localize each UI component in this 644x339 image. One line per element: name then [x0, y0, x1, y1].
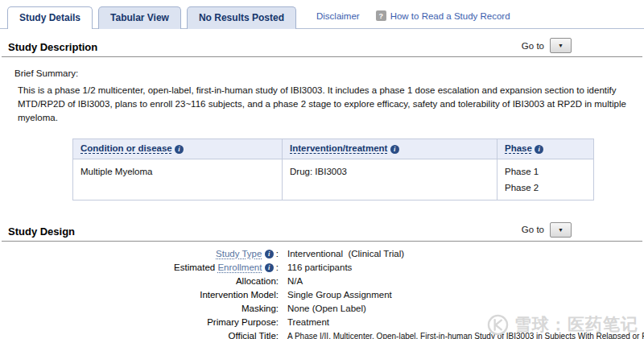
design-label: Intervention Model:	[0, 288, 279, 302]
info-icon[interactable]: i	[175, 145, 184, 154]
design-row-allocation: Allocation: N/A	[0, 275, 644, 288]
condition-header-link[interactable]: Condition or disease	[80, 143, 172, 153]
help-icon[interactable]: ?	[376, 10, 386, 21]
design-row-enrollment: Estimated Enrollment i : 116 participant…	[0, 261, 644, 275]
goto-group-description: Go to ▼	[522, 38, 642, 53]
goto-label: Go to	[522, 41, 544, 51]
design-value: A Phase I/II, Multicenter, Open-label, F…	[279, 329, 644, 339]
intervention-header-link[interactable]: Intervention/treatment	[290, 143, 387, 153]
phase-cell: Phase 1 Phase 2	[497, 159, 594, 200]
goto-label: Go to	[522, 225, 544, 234]
design-label: Allocation:	[0, 275, 279, 288]
brief-summary-label: Brief Summary:	[14, 68, 644, 78]
design-value: Single Group Assignment	[279, 288, 392, 302]
study-design-header: Study Design Go to ▼	[2, 213, 642, 242]
info-glyph: i	[538, 145, 539, 153]
phase-value: Phase 2	[505, 183, 586, 192]
condition-table-header-row: Condition or disease i Intervention/trea…	[73, 139, 594, 159]
study-description-header: Study Description Go to ▼	[2, 29, 642, 57]
chevron-down-icon: ▼	[558, 43, 564, 48]
how-to-read-group: ?How to Read a Study Record	[376, 10, 510, 21]
design-value: N/A	[279, 275, 303, 288]
info-icon[interactable]: i	[535, 145, 543, 154]
intervention-cell: Drug: IBI3003	[283, 159, 497, 200]
design-label: Masking:	[0, 302, 279, 316]
study-design-list: Study Type i : Interventional (Clinical …	[0, 247, 644, 339]
phase-header-cell: Phase i	[497, 139, 594, 159]
tab-tabular-view[interactable]: Tabular View	[98, 6, 181, 29]
info-glyph: i	[394, 145, 395, 153]
tab-no-results-posted[interactable]: No Results Posted	[187, 6, 296, 29]
chevron-down-icon: ▼	[558, 227, 564, 233]
condition-cell: Multiple Myeloma	[73, 159, 283, 200]
condition-table-row: Multiple Myeloma Drug: IBI3003 Phase 1 P…	[73, 159, 594, 200]
brief-summary-text: This is a phase 1/2 multicenter, open-la…	[18, 84, 631, 125]
goto-group-design: Go to ▼	[522, 222, 642, 238]
design-row-masking: Masking: None (Open Label)	[0, 302, 644, 316]
tab-study-details[interactable]: Study Details	[7, 6, 93, 29]
phase-header-link[interactable]: Phase	[505, 143, 532, 153]
tab-bar: Study Details Tabular View No Results Po…	[0, 0, 644, 29]
info-glyph: i	[178, 145, 180, 153]
goto-dropdown-design[interactable]: ▼	[550, 222, 572, 238]
design-row-study-type: Study Type i : Interventional (Clinical …	[0, 247, 644, 261]
info-icon[interactable]: i	[390, 145, 399, 154]
design-row-intervention-model: Intervention Model: Single Group Assignm…	[0, 288, 644, 302]
how-to-read-link[interactable]: How to Read a Study Record	[390, 11, 510, 21]
design-value: None (Open Label)	[279, 302, 366, 316]
info-glyph: i	[268, 261, 270, 275]
glossary-link-enrollment[interactable]: Enrollment	[217, 263, 262, 272]
condition-table: Condition or disease i Intervention/trea…	[72, 138, 594, 201]
design-row-primary-purpose: Primary Purpose: Treatment	[0, 316, 644, 329]
design-label-prefix: Estimated	[174, 263, 217, 272]
study-description-title: Study Description	[8, 41, 97, 53]
design-value: Treatment	[279, 316, 329, 329]
goto-dropdown-description[interactable]: ▼	[550, 38, 572, 53]
study-design-title: Study Design	[8, 225, 75, 238]
info-icon[interactable]: i	[265, 250, 274, 258]
intervention-header-cell: Intervention/treatment i	[283, 139, 497, 159]
design-value: 116 participants	[279, 261, 352, 275]
condition-header-cell: Condition or disease i	[73, 139, 283, 159]
design-value: Interventional (Clinical Trial)	[279, 247, 404, 261]
glossary-link-study-type[interactable]: Study Type	[216, 249, 262, 258]
help-glyph: ?	[378, 12, 383, 20]
design-label: Primary Purpose:	[0, 316, 279, 329]
design-row-official-title: Official Title: A Phase I/II, Multicente…	[0, 329, 644, 339]
design-label: Official Title:	[0, 329, 279, 339]
info-glyph: i	[268, 247, 270, 261]
info-icon[interactable]: i	[265, 263, 274, 272]
phase-value: Phase 1	[505, 167, 586, 176]
disclaimer-link[interactable]: Disclaimer	[316, 11, 360, 21]
tab-links: Disclaimer ?How to Read a Study Record	[316, 10, 510, 21]
